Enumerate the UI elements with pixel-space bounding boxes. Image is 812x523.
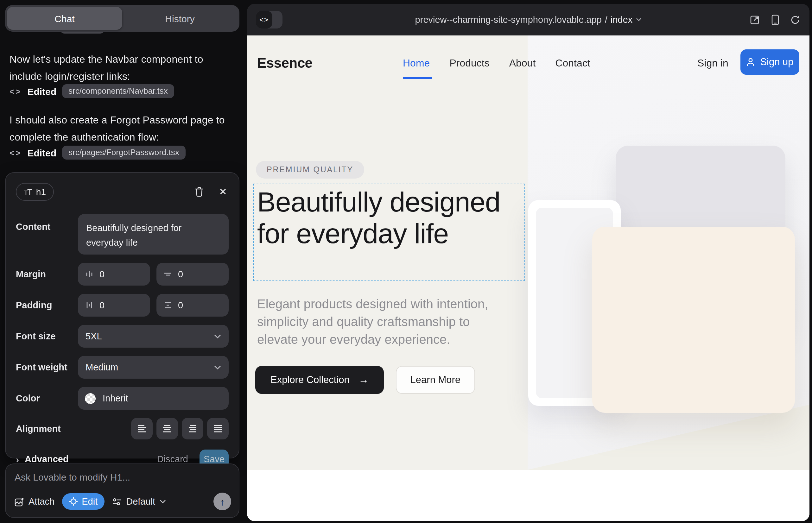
color-swatch — [85, 393, 96, 404]
model-mode-dropdown[interactable]: Default — [112, 497, 166, 507]
chevron-down-icon — [214, 334, 221, 339]
edited-file-badge[interactable]: src/components/Navbar.tsx — [62, 84, 174, 98]
margin-x-value: 0 — [100, 269, 105, 279]
refresh-button[interactable] — [790, 14, 800, 25]
padding-y-input[interactable]: 0 — [156, 294, 229, 317]
explore-collection-label: Explore Collection — [270, 374, 350, 385]
model-mode-label: Default — [126, 497, 155, 507]
chevron-right-icon: › — [16, 454, 19, 465]
align-justify-button[interactable] — [207, 418, 229, 439]
padding-x-input[interactable]: 0 — [78, 294, 150, 317]
align-center-icon — [162, 424, 172, 433]
discard-button[interactable]: Discard — [157, 454, 188, 464]
nav-link-about[interactable]: About — [509, 58, 536, 69]
nav-link-contact[interactable]: Contact — [555, 58, 590, 69]
code-toggle-icon: <> — [256, 11, 272, 29]
site-navbar: Essence Home Products About Contact Sign… — [247, 51, 810, 76]
preview-frame: <> preview--charming-site-symphony.lovab… — [247, 4, 810, 521]
font-size-select[interactable]: 5XL — [78, 325, 229, 348]
url-host: preview--charming-site-symphony.lovable.… — [415, 15, 602, 25]
mobile-view-button[interactable] — [770, 14, 780, 25]
edited-file-badge[interactable]: src/pages/ForgotPassword.tsx — [62, 146, 186, 160]
assistant-message: I should also create a Forgot Password p… — [10, 111, 235, 146]
edit-mode-label: Edit — [82, 497, 98, 507]
font-weight-select[interactable]: Medium — [78, 356, 229, 379]
tab-chat[interactable]: Chat — [7, 7, 122, 30]
sliders-icon — [112, 497, 122, 506]
margin-vertical-icon — [163, 270, 172, 278]
prompt-input[interactable]: Ask Lovable to modify H1... — [15, 472, 230, 483]
margin-horizontal-icon — [85, 270, 94, 278]
user-icon — [746, 58, 755, 67]
site-logo[interactable]: Essence — [257, 55, 312, 72]
premium-quality-badge: PREMIUM QUALITY — [256, 161, 364, 179]
element-editor-panel: тT h1 ✕ Content Beautifully designed for… — [5, 172, 240, 458]
external-link-icon — [749, 15, 760, 25]
chat-panel: Chat History Now let's update the Navbar… — [0, 0, 247, 523]
content-textarea[interactable]: Beautifully designed for everyday life — [78, 214, 229, 254]
close-panel-button[interactable]: ✕ — [217, 186, 229, 198]
hero-heading[interactable]: Beautifully designed for everyday life — [257, 186, 523, 250]
advanced-expander[interactable]: › Advanced — [16, 454, 69, 465]
align-center-button[interactable] — [156, 418, 178, 439]
nav-link-home[interactable]: Home — [403, 58, 430, 69]
site-viewport: Essence Home Products About Contact Sign… — [247, 35, 810, 521]
preview-url: preview--charming-site-symphony.lovable.… — [247, 15, 810, 25]
hero-paragraph: Elegant products designed with intention… — [257, 295, 511, 348]
code-icon: <> — [10, 148, 21, 157]
padding-horizontal-icon — [85, 301, 94, 310]
delete-element-button[interactable] — [193, 186, 205, 198]
font-size-label: Font size — [16, 331, 78, 341]
padding-x-value: 0 — [100, 300, 105, 310]
chevron-down-icon — [214, 365, 221, 369]
content-label: Content — [16, 214, 78, 232]
url-page: index — [611, 15, 632, 25]
hero-card-cream — [592, 227, 795, 413]
edited-file-row: <> Edited src/pages/ForgotPassword.tsx — [10, 144, 186, 161]
active-nav-underline — [403, 77, 432, 79]
margin-x-input[interactable]: 0 — [78, 263, 150, 286]
font-weight-value: Medium — [86, 362, 118, 372]
code-preview-toggle[interactable]: <> — [256, 11, 282, 29]
edit-action-label: Edited — [27, 147, 56, 158]
typography-icon: тT — [24, 187, 32, 197]
edit-action-label: Edited — [27, 86, 56, 96]
app-window: Chat History Now let's update the Navbar… — [0, 0, 812, 523]
align-left-button[interactable] — [131, 418, 153, 439]
attach-button[interactable]: Attach — [15, 497, 54, 507]
section-below-hero — [247, 470, 810, 521]
assistant-message: Now let's update the Navbar component to… — [10, 51, 235, 85]
open-in-new-tab-button[interactable] — [749, 14, 760, 25]
color-input[interactable]: Inherit — [78, 387, 229, 410]
color-label: Color — [16, 393, 78, 403]
margin-y-input[interactable]: 0 — [156, 263, 229, 286]
alignment-label: Alignment — [16, 423, 78, 434]
chevron-down-icon — [160, 500, 166, 503]
sign-up-button[interactable]: Sign up — [740, 49, 799, 75]
nav-link-products[interactable]: Products — [449, 58, 489, 69]
color-value: Inherit — [103, 393, 128, 403]
advanced-label: Advanced — [25, 454, 69, 464]
sign-in-link[interactable]: Sign in — [698, 58, 728, 69]
url-separator: / — [605, 15, 607, 25]
chat-history-tabbar: Chat History — [5, 5, 240, 32]
mobile-device-icon — [771, 14, 779, 25]
padding-label: Padding — [16, 300, 78, 310]
margin-label: Margin — [16, 269, 78, 279]
chevron-down-icon — [636, 18, 641, 21]
edit-mode-button[interactable]: Edit — [62, 493, 105, 510]
learn-more-button[interactable]: Learn More — [396, 366, 475, 394]
align-right-button[interactable] — [182, 418, 203, 439]
prompt-composer[interactable]: Ask Lovable to modify H1... Attach Ed — [5, 464, 240, 518]
preview-toolbar: <> preview--charming-site-symphony.lovab… — [247, 4, 810, 35]
arrow-right-icon: → — [358, 374, 369, 385]
selected-element-chip[interactable]: тT h1 — [16, 183, 54, 201]
sign-up-label: Sign up — [760, 56, 793, 68]
explore-collection-button[interactable]: Explore Collection → — [255, 366, 384, 394]
trash-icon — [194, 187, 204, 197]
align-right-icon — [188, 424, 198, 433]
send-button[interactable]: ↑ — [213, 493, 231, 510]
tab-history[interactable]: History — [122, 7, 237, 30]
refresh-icon — [791, 15, 800, 24]
font-size-value: 5XL — [86, 331, 102, 341]
